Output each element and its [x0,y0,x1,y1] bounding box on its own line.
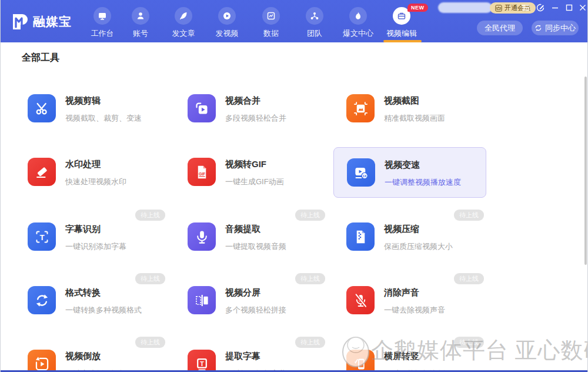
tool-card-rotate-screen[interactable]: 待上线 横屏转竖 随时调整视频比例 [340,337,484,372]
tool-title: 音频提取 [225,224,286,235]
zip-file-icon [353,229,369,245]
tool-title: 水印处理 [65,159,126,170]
minimize-icon [552,4,559,11]
merge-icon [194,101,210,117]
microphone-icon [194,229,210,245]
agent-button[interactable]: 全民代理 [477,21,523,35]
publish-video-icon [222,11,232,21]
reverse-play-icon [34,356,50,372]
nav-item-publish-article[interactable]: 发文章 [162,7,205,39]
split-screen-icon [194,293,210,308]
tool-title: 字幕识别 [65,224,126,235]
tool-card-video-speed[interactable]: 1X 视频变速 一键调整视频播放速度 [333,147,486,198]
tool-card-video-snapshot[interactable]: 视频截图 精准截取视频画面 [340,81,484,142]
tool-card-audio-extract[interactable]: 待上线 音频提取 一键提取视频音频 [182,210,325,271]
nav-label: 视频编辑 [380,28,423,39]
minimize-button[interactable] [549,2,562,14]
team-icon [310,11,319,21]
coming-soon-badge: 待上线 [135,337,165,348]
workbench-icon [98,11,107,21]
svg-text:T: T [200,360,204,367]
scissors-icon [34,101,50,117]
nav-label: 发文章 [162,28,205,39]
tool-title: 视频剪辑 [65,95,142,107]
tool-card-remove-sound[interactable]: 待上线 消除声音 一键去除视频声音 [340,273,484,334]
publish-article-icon [179,11,188,21]
scrollbar-thumb[interactable] [584,77,587,265]
tool-desc: 保画质压缩视频大小 [384,241,453,252]
close-button[interactable] [576,2,588,14]
tool-card-video-edit[interactable]: 视频剪辑 视频截取、裁剪、变速 [22,81,165,142]
maximize-button[interactable] [563,2,576,14]
close-icon [579,4,586,11]
sync-center-button[interactable]: 同步中心 [532,21,579,35]
app-title: 融媒宝 [33,14,72,30]
tool-card-extract-subtitle[interactable]: 待上线 T 提取字幕 一键提取视频字幕 [182,337,325,372]
svg-text:GIF: GIF [198,171,205,175]
nav-label: 爆文中心 [337,28,379,39]
speed-icon: 1X [353,165,369,181]
menu-button[interactable] [519,2,532,14]
tool-card-video-compress[interactable]: 待上线 视频压缩 保画质压缩视频大小 [340,210,484,271]
tool-card-subtitle-recognition[interactable]: 待上线 T 字幕识别 一键识别添加字幕 [22,210,165,271]
tool-title: 提取字幕 [225,351,286,362]
tool-desc: 一键识别添加字幕 [65,241,126,252]
tool-title: 视频转GIF [225,159,284,170]
nav-item-publish-video[interactable]: 发视频 [206,7,248,39]
tool-title: 横屏转竖 [384,351,445,362]
coming-soon-badge: 待上线 [454,210,484,221]
nav-item-account[interactable]: 账号 [119,7,162,39]
tool-card-split-screen[interactable]: 待上线 视频分屏 多个视频轻松拼接 [182,273,325,334]
extract-subtitle-icon: T [194,356,210,372]
tool-card-video-to-gif[interactable]: GIF 视频转GIF 一键生成GIF动画 [182,145,325,206]
nav-item-workbench[interactable]: 工作台 [81,7,123,39]
tool-card-format-convert[interactable]: 待上线 格式转换 一键转换多种视频格式 [22,273,165,334]
tool-desc: 多个视频轻松拼接 [225,305,286,315]
nav-item-team[interactable]: 团队 [293,7,336,39]
tool-desc: 一键提取视频音频 [225,241,286,252]
tool-desc: 一键调整视频播放速度 [385,177,461,188]
username-redacted-pill [438,2,492,13]
tool-card-video-merge[interactable]: 视频合并 多段视频轻松合并 [182,81,325,142]
coming-soon-badge: 待上线 [454,273,484,284]
nav-item-video-edit[interactable]: 视频编辑 [380,7,423,39]
tool-title: 视频合并 [225,95,286,107]
hamburger-icon [522,4,530,11]
tool-desc: 一键生成GIF动画 [225,177,284,187]
nav-item-hot-articles[interactable]: 爆文中心 [337,7,379,39]
app-window: 融媒宝 工作台 账号 发文章 发视频 数据 团队 爆文中心 [0,0,588,372]
coming-soon-badge: 待上线 [295,210,325,221]
nav-item-data[interactable]: 数据 [250,7,292,39]
tool-desc: 一键去除视频声音 [384,305,445,315]
nav-label: 工作台 [81,28,123,39]
tool-title: 视频倒放 [65,351,126,362]
new-badge: NEW [407,4,428,12]
tool-title: 视频分屏 [225,287,286,298]
tool-desc: 精准截取视频画面 [384,113,445,124]
video-edit-icon [397,11,406,21]
tool-desc: 一键转换多种视频格式 [65,305,142,315]
rotate-phone-icon [353,356,369,372]
app-logo: 融媒宝 [11,13,72,31]
active-tab-indicator [383,40,422,42]
crown-icon [495,5,502,12]
nav-label: 团队 [293,28,336,39]
header-bar: 融媒宝 工作台 账号 发文章 发视频 数据 团队 爆文中心 [1,0,588,42]
tool-card-watermark[interactable]: 水印处理 快速处理视频水印 [22,145,165,206]
coming-soon-badge: 待上线 [454,337,484,348]
tool-desc: 多段视频轻松合并 [225,113,286,124]
tool-title: 视频截图 [384,95,445,107]
page-title: 全部工具 [22,52,59,64]
tool-title: 视频变速 [385,160,461,171]
maximize-icon [566,4,573,11]
logo-icon [11,13,29,31]
tool-title: 格式转换 [65,287,142,298]
svg-text:T: T [39,232,45,241]
nav-label: 发视频 [206,28,248,39]
coming-soon-badge: 待上线 [295,273,325,284]
tool-title: 消除声音 [384,287,445,298]
feedback-button[interactable] [534,2,547,14]
snapshot-icon [353,101,369,117]
data-icon [266,11,276,21]
tool-card-video-reverse[interactable]: 待上线 视频倒放 一键生成倒放视频 [22,337,165,372]
